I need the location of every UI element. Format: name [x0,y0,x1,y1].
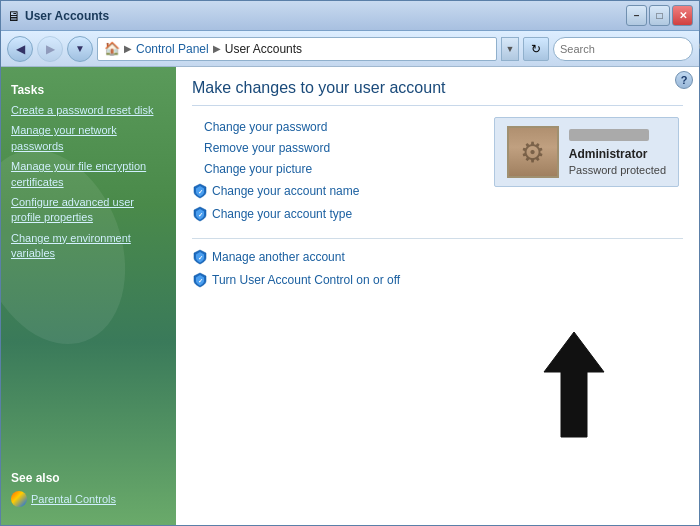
address-path: 🏠 ▶ Control Panel ▶ User Accounts [97,37,497,61]
account-avatar-image [509,128,557,176]
parental-controls-icon [11,491,27,507]
path-home-icon: 🏠 [104,41,120,56]
back-button[interactable]: ◀ [7,36,33,62]
svg-text:✓: ✓ [198,189,203,195]
address-dropdown-button[interactable]: ▼ [501,37,519,61]
window-title: User Accounts [25,9,109,23]
sidebar-bottom: See also Parental Controls [1,463,176,515]
sidebar-link-network-passwords[interactable]: Manage your network passwords [11,123,166,154]
title-bar-left: 🖥 User Accounts [7,8,109,24]
search-input[interactable] [560,43,698,55]
shield-icon-2: ✓ [192,206,208,222]
refresh-button[interactable]: ↻ [523,37,549,61]
arrow-annotation [519,322,619,445]
tasks-title: Tasks [11,83,166,97]
title-bar: 🖥 User Accounts – □ ✕ [1,1,699,31]
content-title: Make changes to your user account [192,79,683,106]
forward-button[interactable]: ▶ [37,36,63,62]
svg-marker-4 [544,332,604,437]
section-divider [192,238,683,239]
account-avatar [507,126,559,178]
address-bar: ◀ ▶ ▼ 🏠 ▶ Control Panel ▶ User Accounts … [1,31,699,67]
shield-icon-4: ✓ [192,272,208,288]
tasks-section: Tasks Create a password reset disk Manag… [1,77,176,269]
svg-text:✓: ✓ [198,255,203,261]
turn-uac-link[interactable]: ✓ Turn User Account Control on or off [192,272,683,288]
path-sep-2: ▶ [213,43,221,54]
account-name-blurred [569,129,649,141]
manage-links-group: ✓ Manage another account ✓ Turn User Acc… [192,249,683,288]
path-sep-1: ▶ [124,43,132,54]
sidebar-link-password-reset[interactable]: Create a password reset disk [11,103,166,118]
shield-icon-1: ✓ [192,183,208,199]
minimize-button[interactable]: – [626,5,647,26]
account-details: Administrator Password protected [569,129,666,176]
account-role: Administrator [569,147,666,161]
sidebar-link-encryption[interactable]: Manage your file encryption certificates [11,159,166,190]
path-user-accounts: User Accounts [225,42,302,56]
window-controls: – □ ✕ [626,5,693,26]
see-also-title: See also [11,471,166,485]
close-button[interactable]: ✕ [672,5,693,26]
manage-another-account-link[interactable]: ✓ Manage another account [192,249,683,265]
account-info-box: Administrator Password protected [494,117,679,187]
maximize-button[interactable]: □ [649,5,670,26]
main-window: 🖥 User Accounts – □ ✕ ◀ ▶ ▼ 🏠 ▶ Control … [0,0,700,526]
parental-controls-label: Parental Controls [31,493,116,505]
sidebar: Tasks Create a password reset disk Manag… [1,67,176,525]
sidebar-link-profile[interactable]: Configure advanced user profile properti… [11,195,166,226]
account-status: Password protected [569,164,666,176]
arrow-svg [519,322,619,442]
change-account-type-link[interactable]: ✓ Change your account type [192,206,683,222]
sidebar-link-environment[interactable]: Change my environment variables [11,231,166,262]
help-icon[interactable]: ? [675,71,693,89]
content-area: ? Make changes to your user account Admi… [176,67,699,525]
svg-text:✓: ✓ [198,212,203,218]
shield-icon-3: ✓ [192,249,208,265]
path-control-panel[interactable]: Control Panel [136,42,209,56]
search-box: 🔍 [553,37,693,61]
svg-text:✓: ✓ [198,278,203,284]
main-layout: Tasks Create a password reset disk Manag… [1,67,699,525]
parental-controls-link[interactable]: Parental Controls [11,491,166,507]
recent-pages-button[interactable]: ▼ [67,36,93,62]
